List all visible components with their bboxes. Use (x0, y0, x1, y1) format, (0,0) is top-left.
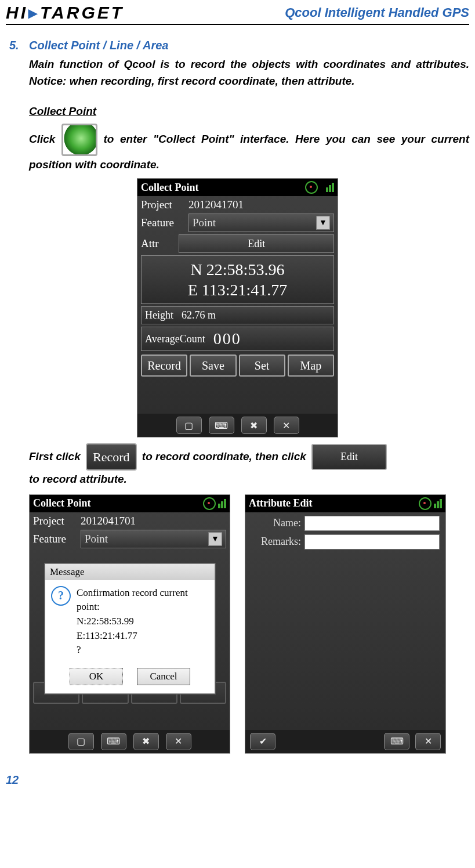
feature-dropdown[interactable]: Point ▼ (81, 530, 226, 548)
project-label: Project (141, 198, 188, 211)
logo-left: HI (6, 3, 28, 23)
status-bar: Attribute Edit (245, 495, 445, 512)
screenshot-collect-point: Collect Point 8 Project 2012041701 Featu… (137, 178, 338, 437)
status-bar: Collect Point (30, 495, 230, 512)
feature-dropdown[interactable]: Point ▼ (188, 214, 334, 232)
screen-title: Collect Point (141, 182, 198, 194)
signal-bars-icon (326, 183, 334, 192)
project-value: 2012041701 (81, 515, 226, 527)
feature-label: Feature (33, 533, 81, 545)
signal-bars-icon (434, 499, 442, 508)
feature-value: Point (85, 533, 108, 545)
text: to record coordinate, then click (142, 450, 309, 462)
dialog-cancel-button[interactable]: Cancel (137, 668, 190, 685)
screenshot-confirm-dialog: Collect Point Project 2012041701 Feature… (29, 494, 230, 754)
status-bar: Collect Point 8 (137, 179, 338, 196)
bottom-toolbar: ▢ ⌨ ✖ ✕ (137, 414, 338, 437)
dlg-line: Confirmation record current (77, 586, 188, 601)
coordinate-panel: N 22:58:53.96 E 113:21:41.77 (141, 255, 334, 304)
chevron-down-icon: ▼ (208, 532, 222, 546)
toolbar-tools-icon[interactable]: ✖ (241, 417, 267, 434)
set-button[interactable]: Set (239, 355, 285, 377)
dialog-title: Message (45, 564, 215, 580)
globe-icon (61, 124, 97, 156)
signal-bars-icon (218, 499, 226, 508)
toolbar-app-icon[interactable]: ▢ (176, 417, 202, 434)
click-instruction: Click to enter "Collect Point" interface… (29, 124, 469, 173)
toolbar-keyboard-icon[interactable]: ⌨ (384, 733, 409, 750)
coord-e: E 113:21:41.77 (142, 280, 333, 300)
target-icon (305, 181, 318, 194)
toolbar-tools-icon[interactable]: ✖ (133, 733, 159, 750)
project-value: 2012041701 (188, 198, 334, 211)
toolbar-keyboard-icon[interactable]: ⌨ (101, 733, 126, 750)
toolbar-close-icon[interactable]: ✕ (415, 733, 441, 750)
avg-value: 000 (213, 330, 241, 348)
dlg-line: E:113:21:41.77 (77, 629, 188, 643)
name-input[interactable] (304, 516, 440, 531)
remarks-input[interactable] (304, 534, 440, 549)
screen-title: Collect Point (33, 497, 90, 509)
text: First click (29, 450, 84, 462)
screenshot-attribute-edit: Attribute Edit Name: Remarks: ✔ ⌨ ✕ (245, 494, 446, 754)
attr-label: Attr (141, 237, 179, 250)
feature-value: Point (193, 216, 216, 229)
dlg-line: ? (77, 643, 188, 657)
bottom-toolbar: ▢ ⌨ ✖ ✕ (30, 730, 230, 753)
avg-panel: AverageCount 000 (141, 327, 334, 351)
section-number: 5. (9, 39, 29, 52)
edit-button-inline: Edit (311, 444, 387, 470)
toolbar-close-icon[interactable]: ✕ (274, 417, 299, 434)
dialog-ok-button[interactable]: OK (70, 668, 123, 685)
toolbar-close-icon[interactable]: ✕ (166, 733, 191, 750)
brand-logo: HI ▸ TARGET (6, 2, 124, 23)
feature-label: Feature (141, 216, 188, 229)
message-dialog: Message ? Confirmation record current po… (45, 563, 215, 694)
dlg-line: N:22:58:53.99 (77, 614, 188, 629)
logo-right: TARGET (40, 3, 124, 23)
record-instruction: First click Record to record coordinate,… (29, 443, 469, 489)
height-label: Height (145, 309, 173, 321)
section-title: Collect Point / Line / Area (29, 39, 168, 52)
toolbar-app-icon[interactable]: ▢ (68, 733, 94, 750)
text: to record attribute. (29, 473, 127, 485)
page-number: 12 (6, 773, 469, 787)
page-header: HI ▸ TARGET Qcool Intelligent Handled GP… (6, 0, 469, 25)
confirm-check-icon[interactable]: ✔ (250, 733, 275, 750)
section-heading: 5. Collect Point / Line / Area (9, 39, 469, 52)
record-button[interactable]: Record (141, 355, 187, 377)
chevron-down-icon: ▼ (316, 216, 330, 230)
sub-heading-collect-point: Collect Point (29, 105, 469, 118)
gps-status: 8 (305, 181, 334, 194)
save-button[interactable]: Save (190, 355, 236, 377)
map-button[interactable]: Map (288, 355, 334, 377)
toolbar-keyboard-icon[interactable]: ⌨ (209, 417, 234, 434)
gps-status (203, 497, 226, 510)
sat-top: 8 (320, 183, 324, 191)
header-title: Qcool Intelligent Handled GPS (285, 5, 469, 20)
height-panel: Height 62.76 m (141, 306, 334, 324)
coord-n: N 22:58:53.96 (142, 259, 333, 280)
record-button-inline: Record (86, 443, 137, 471)
bottom-toolbar: ✔ ⌨ ✕ (245, 730, 445, 753)
target-icon (203, 497, 216, 510)
name-label: Name: (251, 517, 304, 529)
project-label: Project (33, 515, 81, 527)
avg-label: AverageCount (145, 333, 205, 345)
dlg-line: point: (77, 600, 188, 614)
target-icon (419, 497, 432, 510)
gps-status (419, 497, 442, 510)
remarks-label: Remarks: (251, 536, 304, 548)
dialog-message: Confirmation record current point: N:22:… (77, 586, 188, 657)
intro-paragraph: Main function of Qcool is to record the … (29, 56, 469, 90)
attr-edit-button[interactable]: Edit (179, 234, 334, 253)
height-value: 62.76 m (182, 309, 216, 321)
text: Click (29, 133, 61, 145)
screen-title: Attribute Edit (249, 497, 313, 509)
logo-arrow-icon: ▸ (28, 2, 39, 23)
question-icon: ? (51, 586, 71, 606)
